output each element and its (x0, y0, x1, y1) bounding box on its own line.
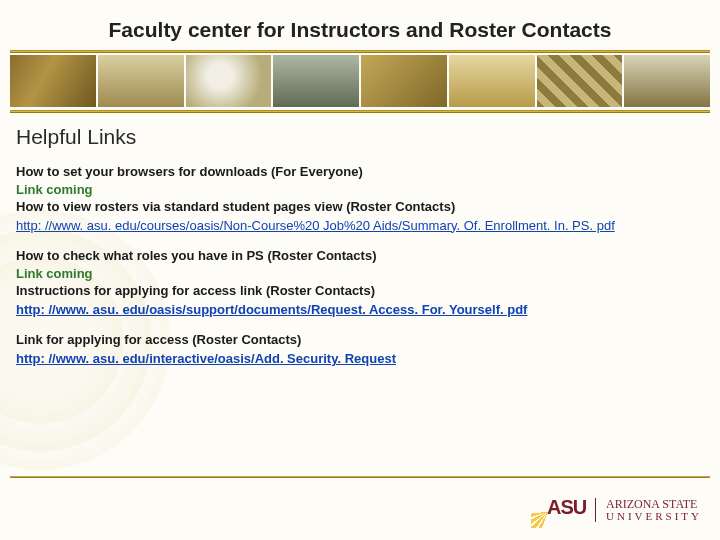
asu-text-line1: ARIZONA STATE (606, 498, 702, 511)
heading-roles: How to check what roles you have in PS (… (16, 247, 704, 265)
link-request-access-pdf[interactable]: http: //www. asu. edu/oasis/support/docu… (16, 302, 527, 317)
link-enrollment-pdf[interactable]: http: //www. asu. edu/courses/oasis/Non-… (16, 218, 615, 233)
gold-rule-bottom (10, 110, 710, 113)
heading-access-instr: Instructions for applying for access lin… (16, 282, 704, 300)
asu-logo-mark: ASU (531, 492, 585, 528)
asu-logo-text: ARIZONA STATE UNIVERSITY (595, 498, 702, 522)
content-area: Helpful Links How to set your browsers f… (0, 115, 720, 367)
footer-logo: ASU ARIZONA STATE UNIVERSITY (531, 492, 702, 528)
heading-downloads: How to set your browsers for downloads (… (16, 163, 704, 181)
heading-rosters: How to view rosters via standard student… (16, 198, 704, 216)
page-title: Faculty center for Instructors and Roste… (0, 0, 720, 50)
photo-strip (10, 55, 710, 107)
gold-rule-footer (10, 476, 710, 478)
heading-apply-access: Link for applying for access (Roster Con… (16, 331, 704, 349)
asu-text-line2: UNIVERSITY (606, 511, 702, 523)
link-add-security-request[interactable]: http: //www. asu. edu/interactive/oasis/… (16, 351, 396, 366)
section-title: Helpful Links (16, 125, 704, 149)
link-coming-2: Link coming (16, 265, 704, 283)
asu-letters: ASU (547, 496, 586, 519)
link-coming-1: Link coming (16, 181, 704, 199)
gold-rule-top (10, 50, 710, 53)
